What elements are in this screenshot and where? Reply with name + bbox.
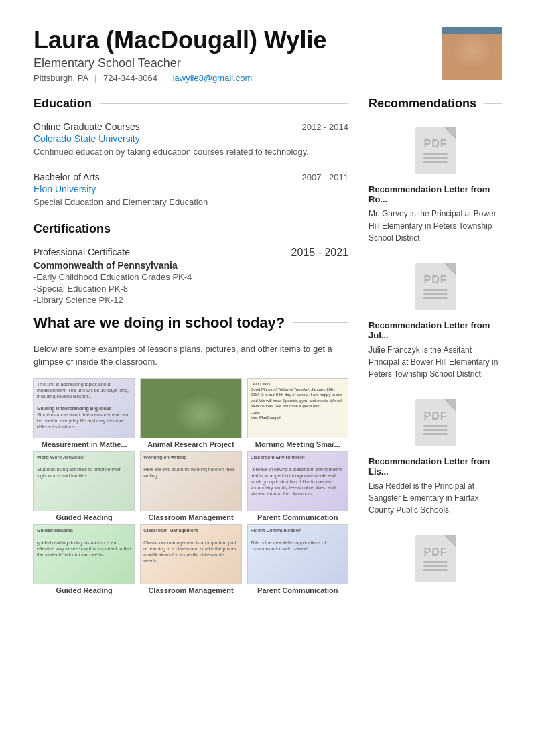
recommendation-1: Recommendation Letter from Ro... Mr. Gar…: [368, 184, 503, 244]
pdf-line: [423, 161, 448, 163]
education-heading: Education: [34, 97, 100, 111]
certifications-heading: Certifications: [34, 222, 119, 236]
thumb-content-parent2: Parent Communication This is the newslet…: [248, 525, 348, 584]
pdf-shape-1: PDF: [415, 127, 456, 174]
edu-desc-2: Special Education and Elementary Educati…: [34, 197, 348, 207]
thumb-content-parent: Classroom Environment I believe in havin…: [248, 452, 348, 511]
cert-years: 2015 - 2021: [291, 247, 348, 259]
edu-degree-1: Online Graduate Courses: [34, 121, 140, 132]
recommendation-2: Recommendation Letter from Jul... Julie …: [368, 320, 503, 380]
gallery-item-classroom-mgmt: Working on Writing Here are two students…: [140, 451, 241, 521]
gallery-thumb-guided[interactable]: Word Work Activities Students using acti…: [34, 451, 135, 511]
pdf-corner-2: [444, 263, 456, 275]
gallery-caption-3: Morning Meeting Smar...: [247, 440, 348, 448]
gallery-thumb-measurement[interactable]: This unit is addressing topics about mea…: [34, 378, 135, 438]
rec-text-3: Lisa Reddel is the Principal at Sangster…: [368, 480, 503, 516]
full-name: Laura (MacDougall) Wylie: [34, 27, 326, 54]
gallery-item-measurement: This unit is addressing topics about mea…: [34, 378, 135, 448]
gallery-thumb-parent[interactable]: Classroom Environment I believe in havin…: [247, 451, 348, 511]
pdf-shape-4: PDF: [415, 536, 456, 582]
gallery-row-2: Word Work Activities Students using acti…: [34, 451, 348, 521]
recommendations-section-header: Recommendations: [368, 97, 503, 111]
pdf-label-2: PDF: [424, 274, 448, 286]
gallery-item-morning: Dear Class, Good Morning! Today is Tuesd…: [247, 378, 348, 448]
pdf-icon-4[interactable]: PDF: [368, 532, 503, 586]
cert-detail-1: -Early Childhood Education Grades PK-4: [34, 272, 348, 282]
thumb-content-guided2: Guided Reading guided reading during ins…: [34, 525, 134, 584]
gallery-item-parent: Classroom Environment I believe in havin…: [247, 451, 348, 521]
education-entry-1: Online Graduate Courses 2012 - 2014 Colo…: [34, 121, 348, 157]
gallery-thumb-guided2[interactable]: Guided Reading guided reading during ins…: [34, 524, 135, 584]
what-section-header: What are we doing in school today?: [34, 314, 348, 332]
avatar: [442, 27, 503, 80]
gallery-thumb-classroom[interactable]: Working on Writing Here are two students…: [140, 451, 241, 511]
what-heading: What are we doing in school today?: [34, 314, 293, 332]
email-link[interactable]: lawylie8@gmail.com: [173, 73, 253, 83]
gallery-caption-4: Guided Reading: [34, 513, 135, 521]
what-section: What are we doing in school today?: [34, 314, 348, 332]
gallery-item-animal: Animal Research Project: [140, 378, 241, 448]
what-divider: [293, 322, 348, 323]
resume-page: Laura (MacDougall) Wylie Elementary Scho…: [0, 0, 536, 624]
rec-title-1[interactable]: Recommendation Letter from Ro...: [368, 184, 503, 204]
edu-entry-1-header: Online Graduate Courses 2012 - 2014: [34, 121, 348, 132]
main-column: Education Online Graduate Courses 2012 -…: [34, 90, 348, 597]
gallery-thumb-morning[interactable]: Dear Class, Good Morning! Today is Tuesd…: [247, 378, 348, 438]
gallery-row-3: Guided Reading guided reading during ins…: [34, 524, 348, 594]
pdf-line: [423, 433, 448, 435]
two-column-layout: Education Online Graduate Courses 2012 -…: [34, 90, 503, 597]
certifications-section-header: Certifications: [34, 222, 348, 236]
pdf-line: [423, 429, 448, 431]
cert-issuer: Commonwealth of Pennsylvania: [34, 260, 348, 271]
education-entry-2: Bachelor of Arts 2007 - 2011 Elon Univer…: [34, 172, 348, 207]
pdf-corner-4: [444, 536, 456, 548]
certification-entry-1: Professional Certificate 2015 - 2021 Com…: [34, 247, 348, 305]
rec-title-2[interactable]: Recommendation Letter from Jul...: [368, 320, 503, 340]
gallery-thumb-classroom2[interactable]: Classroom Management Classroom managemen…: [140, 524, 241, 584]
pdf-line: [423, 425, 448, 427]
avatar-image: [442, 27, 503, 80]
edu-degree-2: Bachelor of Arts: [34, 172, 100, 182]
gallery-row-1: This unit is addressing topics about mea…: [34, 378, 348, 448]
pdf-corner-3: [444, 399, 456, 412]
pdf-icon-3[interactable]: PDF: [368, 396, 503, 450]
education-section-header: Education: [34, 97, 348, 111]
pdf-lines-4: [423, 561, 448, 571]
edu-desc-1: Continued education by taking education …: [34, 147, 348, 157]
gallery-caption-6: Parent Communication: [247, 513, 348, 521]
pdf-line: [423, 293, 448, 295]
rec-title-3[interactable]: Recommendation Letter from Lis...: [368, 456, 503, 477]
edu-institution-1[interactable]: Colorado State University: [34, 133, 348, 144]
pdf-lines-2: [423, 289, 448, 299]
gallery-caption-8: Classroom Management: [140, 586, 241, 594]
pdf-icon-1[interactable]: PDF: [368, 124, 503, 178]
gallery-item-parent2: Parent Communication This is the newslet…: [247, 524, 348, 594]
separator: |: [94, 73, 96, 83]
pdf-icon-2[interactable]: PDF: [368, 260, 503, 314]
pdf-line: [423, 297, 448, 299]
edu-year-2: 2007 - 2011: [302, 172, 348, 182]
pdf-icon-shape-1: PDF: [412, 124, 459, 178]
gallery-caption-7: Guided Reading: [34, 586, 135, 594]
header-left: Laura (MacDougall) Wylie Elementary Scho…: [34, 27, 326, 83]
pdf-shape-3: PDF: [415, 399, 456, 446]
phone: 724-344-8064: [103, 73, 157, 83]
gallery-thumb-animal[interactable]: [140, 378, 241, 438]
pdf-shape-2: PDF: [415, 263, 456, 310]
header-section: Laura (MacDougall) Wylie Elementary Scho…: [34, 27, 503, 83]
pdf-line: [423, 153, 448, 155]
cert-detail-2: -Special Education PK-8: [34, 284, 348, 294]
gallery-thumb-parent2[interactable]: Parent Communication This is the newslet…: [247, 524, 348, 584]
pdf-icon-shape-4: PDF: [412, 532, 459, 586]
morning-letter-content: Dear Class, Good Morning! Today is Tuesd…: [248, 379, 348, 424]
pdf-lines-3: [423, 425, 448, 435]
pdf-corner-1: [444, 127, 456, 139]
education-divider: [100, 103, 348, 104]
pdf-line: [423, 565, 448, 567]
side-column: Recommendations PDF: [368, 90, 503, 597]
gallery-caption-2: Animal Research Project: [140, 440, 241, 448]
edu-institution-2[interactable]: Elon University: [34, 184, 348, 194]
pdf-label-4: PDF: [424, 546, 448, 558]
pdf-icon-shape-3: PDF: [412, 396, 459, 450]
pdf-line: [423, 157, 448, 159]
